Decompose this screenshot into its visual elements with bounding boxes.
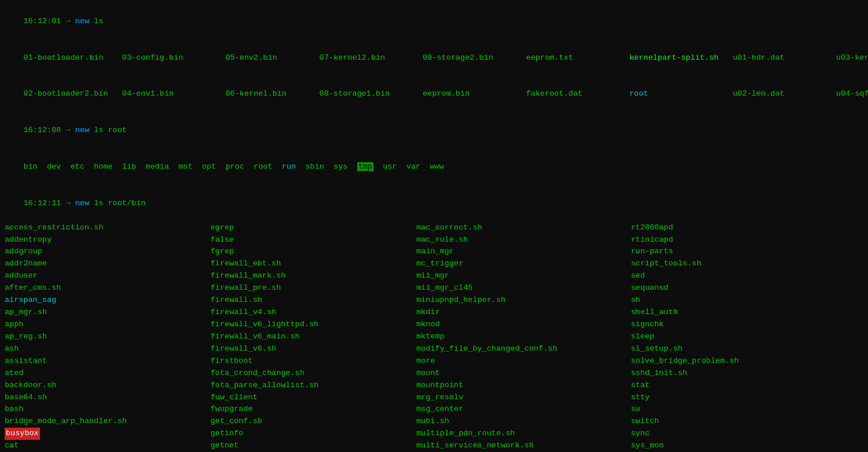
list-item: multiple_pdn_route.sh <box>416 428 631 440</box>
list-item: getnet <box>210 440 416 452</box>
list-item: modify_file_by_changed_conf.sh <box>416 343 631 355</box>
ls-row-1: 01-bootloader.bin 03-config.bin 05-env2.… <box>5 40 863 76</box>
list-item: false <box>210 234 416 246</box>
list-item: mkdir <box>416 307 631 319</box>
list-item: fota_parse_allowlist.sh <box>210 380 416 392</box>
list-item: addr2name <box>5 258 210 270</box>
list-item: sh <box>631 294 863 307</box>
list-item: firewall_ebt.sh <box>210 258 416 270</box>
list-item: multi_services_network.sh <box>416 440 631 452</box>
list-item: addgroup <box>5 246 210 258</box>
list-item: mac_rule.sh <box>416 234 631 246</box>
list-item: ash <box>5 343 210 355</box>
list-item: firewall_v4.sh <box>210 307 416 319</box>
list-item: fwupgrade <box>210 403 416 415</box>
bin-listing: access_restriction.shaddentropyaddgroupa… <box>5 222 863 452</box>
list-item: stty <box>631 392 863 404</box>
list-item: rtinicapd <box>631 234 863 246</box>
col4: rt2860apdrtinicapdrun-partsscript_tools.… <box>631 222 863 452</box>
list-item: signchk <box>631 319 863 331</box>
list-item: run-parts <box>631 246 863 258</box>
col1: access_restriction.shaddentropyaddgroupa… <box>5 222 210 452</box>
list-item: after_cms.sh <box>5 282 210 294</box>
cmd-line-1: 16:12:01 → new ls <box>5 3 863 40</box>
list-item: addentropy <box>5 234 210 246</box>
list-item: mii_mgr_cl45 <box>416 282 631 294</box>
list-item: fgrep <box>210 246 416 258</box>
list-item: ated <box>5 367 210 380</box>
list-item: sed <box>631 270 863 282</box>
list-item: mount <box>416 367 631 380</box>
list-item: mubi.sh <box>416 415 631 428</box>
list-item: mac_correct.sh <box>416 222 631 234</box>
list-item: fuw_client <box>210 392 416 404</box>
cmd-line-2: 16:12:08 → new ls root <box>5 112 863 149</box>
list-item: egrep <box>210 222 416 234</box>
list-item: su <box>631 403 863 415</box>
list-item: assistant <box>5 355 210 367</box>
col2: egrepfalsefgrepfirewall_ebt.shfirewall_m… <box>210 222 416 452</box>
list-item: mii_mgr <box>416 270 631 282</box>
list-item: switch <box>631 415 863 428</box>
list-item: sys_mon <box>631 440 863 452</box>
rootdir-row: bin dev etc home lib media mnt opt proc … <box>5 149 863 185</box>
timestamp-3: 16:12:11 <box>23 199 61 207</box>
list-item: msg_center <box>416 403 631 415</box>
list-item: airspan_sag <box>5 294 210 307</box>
list-item: adduser <box>5 270 210 282</box>
list-item: cat <box>5 440 210 452</box>
list-item: mountpoint <box>416 380 631 392</box>
list-item: apph <box>5 319 210 331</box>
col3: mac_correct.shmac_rule.shmain_mgrmc_trig… <box>416 222 631 452</box>
list-item: base64.sh <box>5 392 210 404</box>
list-item: sshd_init.sh <box>631 367 863 380</box>
list-item: mknod <box>416 319 631 331</box>
list-item: sleep <box>631 331 863 343</box>
timestamp-2: 16:12:08 <box>23 126 61 134</box>
terminal: 16:12:01 → new ls 01-bootloader.bin 03-c… <box>5 3 863 452</box>
list-item: mrg_resolv <box>416 392 631 404</box>
list-item: firewall_v6_main.sh <box>210 331 416 343</box>
list-item: ap_reg.sh <box>5 331 210 343</box>
list-item: shell_auth <box>631 307 863 319</box>
list-item: get_conf.sh <box>210 415 416 428</box>
list-item: main_mgr <box>416 246 631 258</box>
list-item: rt2860apd <box>631 222 863 234</box>
list-item: bash <box>5 403 210 415</box>
list-item: access_restriction.sh <box>5 222 210 234</box>
list-item: mc_trigger <box>416 258 631 270</box>
list-item: firewall_v6_lighttpd.sh <box>210 319 416 331</box>
list-item: firewall.sh <box>210 294 416 307</box>
list-item: firewall_mark.sh <box>210 270 416 282</box>
list-item: backdoor.sh <box>5 380 210 392</box>
list-item: sequansd <box>631 282 863 294</box>
list-item: getinfo <box>210 428 416 440</box>
list-item: ap_mgr.sh <box>5 307 210 319</box>
list-item: bridge_mode_arp_handler.sh <box>5 415 210 428</box>
list-item: firewall_v6.sh <box>210 343 416 355</box>
list-item: fota_crond_change.sh <box>210 367 416 380</box>
cmd-line-3: 16:12:11 → new ls root/bin <box>5 185 863 222</box>
list-item: more <box>416 355 631 367</box>
list-item: sl_setup.sh <box>631 343 863 355</box>
list-item: mktemp <box>416 331 631 343</box>
ls-row-2: 02-bootloader2.bin 04-env1.bin 06-kernel… <box>5 76 863 113</box>
list-item: busybox <box>5 428 40 440</box>
list-item: firstboot <box>210 355 416 367</box>
list-item: miniupnpd_helper.sh <box>416 294 631 307</box>
list-item: solve_bridge_problem.sh <box>631 355 863 367</box>
list-item: sync <box>631 428 863 440</box>
timestamp-1: 16:12:01 <box>23 17 61 25</box>
list-item: firewall_pre.sh <box>210 282 416 294</box>
list-item: script_tools.sh <box>631 258 863 270</box>
list-item: stat <box>631 380 863 392</box>
